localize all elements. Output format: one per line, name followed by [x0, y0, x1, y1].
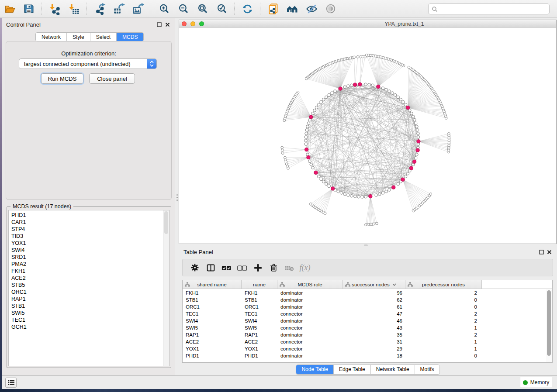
import-table-button[interactable]: [67, 2, 80, 15]
memory-button[interactable]: Memory: [520, 377, 552, 388]
mcds-node-item[interactable]: TEC1: [11, 316, 27, 323]
table-row-ACE2[interactable]: ACE2ACE2connector311: [183, 338, 546, 345]
save-floppy-icon: [23, 3, 35, 14]
float-panel-icon[interactable]: [539, 250, 544, 254]
cell-successor-nodes: 61: [343, 303, 405, 310]
export-table-button[interactable]: [112, 2, 125, 15]
tab-select[interactable]: Select: [90, 33, 117, 41]
desktop-wallpaper-bottom: [0, 389, 557, 392]
search-input[interactable]: [428, 3, 550, 14]
mcds-node-item[interactable]: SWI4: [11, 247, 27, 254]
column-header-MCDS-role[interactable]: MCDS role: [277, 280, 343, 289]
export-network-icon: [94, 3, 106, 15]
mcds-node-item[interactable]: ACE2: [11, 275, 27, 282]
zoom-fit-button[interactable]: [196, 2, 209, 15]
zoom-selected-button[interactable]: [215, 2, 228, 15]
table-row-RAP1[interactable]: RAP1RAP1dominator352: [183, 331, 546, 338]
hide-details-button[interactable]: [305, 2, 318, 15]
mcds-node-item[interactable]: PHD1: [11, 212, 27, 219]
share-document-button[interactable]: [266, 2, 280, 15]
mcds-node-item[interactable]: FKH1: [11, 268, 27, 275]
table-toolbar: f(x): [182, 259, 553, 276]
mcds-node-item[interactable]: PMA2: [11, 261, 27, 268]
memory-status-icon: [523, 380, 528, 385]
table-row-SWI5[interactable]: SWI5SWI5connector431: [183, 324, 546, 331]
column-header-successor-nodes[interactable]: successor nodes: [343, 280, 405, 289]
table-row-YOX1[interactable]: YOX1YOX1connector291: [183, 345, 546, 352]
zoom-out-button[interactable]: [176, 2, 190, 15]
toggle-panel-button[interactable]: [204, 261, 217, 274]
refresh-button[interactable]: [241, 2, 254, 15]
table-row-SWI4[interactable]: SWI4SWI4dominator462: [183, 317, 546, 324]
delete-table-button[interactable]: [283, 261, 295, 274]
table-row-PHD1[interactable]: PHD1PHD1dominator180: [183, 352, 546, 359]
save-session-button[interactable]: [22, 2, 35, 15]
cell-predecessor-nodes: 0: [405, 303, 482, 310]
delete-column-button[interactable]: [267, 261, 280, 274]
mcds-node-item[interactable]: STP4: [11, 226, 27, 233]
minimize-window-icon[interactable]: [190, 21, 195, 26]
export-image-button[interactable]: [131, 2, 145, 15]
zoom-out-icon: [177, 3, 189, 15]
tab-style[interactable]: Style: [67, 33, 90, 41]
select-all-button[interactable]: [220, 261, 232, 274]
mcds-node-item[interactable]: CAR1: [11, 219, 27, 226]
function-builder-button[interactable]: f(x): [299, 261, 311, 274]
run-mcds-button[interactable]: Run MCDS: [41, 73, 83, 84]
unselect-all-button[interactable]: [236, 261, 248, 274]
mcds-node-item[interactable]: SWI5: [11, 309, 27, 316]
mcds-node-item[interactable]: RAP1: [11, 296, 27, 303]
search-icon: [431, 6, 438, 13]
task-history-button[interactable]: [5, 378, 17, 388]
table-row-TEC1[interactable]: TEC1TEC1connector472: [183, 310, 546, 317]
tab-motifs[interactable]: Motifs: [415, 365, 439, 374]
mcds-node-item[interactable]: YOX1: [11, 240, 27, 247]
cell-shared-name: PHD1: [183, 352, 242, 359]
close-panel-button[interactable]: Close panel: [89, 73, 135, 84]
table-row-ORC1[interactable]: ORC1ORC1dominator610: [183, 303, 546, 310]
tab-network[interactable]: Network: [36, 33, 67, 41]
tab-network-table[interactable]: Network Table: [371, 365, 415, 374]
table-scrollbar[interactable]: [546, 289, 552, 362]
close-panel-icon[interactable]: [165, 22, 170, 27]
float-panel-icon[interactable]: [157, 22, 162, 27]
column-header-shared-name[interactable]: shared name: [183, 280, 242, 289]
settings-gear-button[interactable]: [189, 261, 201, 274]
mcds-scrollbar[interactable]: [163, 210, 169, 366]
mcds-node-item[interactable]: TID3: [11, 233, 27, 240]
cell-mcds-role: dominator: [277, 296, 343, 303]
mcds-node-item[interactable]: ORC1: [11, 289, 27, 296]
mcds-node-item[interactable]: STB5: [11, 282, 27, 289]
close-panel-icon[interactable]: [547, 250, 552, 254]
mcds-result-list[interactable]: PHD1CAR1STP4TID3YOX1SWI4SRD1PMA2FKH1ACE2…: [11, 212, 27, 330]
birds-eye-button[interactable]: [324, 2, 337, 15]
cell-mcds-role: dominator: [277, 317, 343, 324]
network-canvas[interactable]: [179, 28, 556, 244]
open-file-button[interactable]: [3, 2, 16, 15]
column-header-name[interactable]: name: [242, 280, 277, 289]
table-tabs: Node TableEdge TableNetwork TableMotifs: [179, 364, 557, 375]
import-network-button[interactable]: [48, 2, 61, 15]
table-row-FKH1[interactable]: FKH1FKH1dominator962: [183, 289, 546, 296]
mcds-node-item[interactable]: SRD1: [11, 254, 27, 261]
tab-node-table[interactable]: Node Table: [296, 365, 334, 374]
export-network-button[interactable]: [93, 2, 106, 15]
close-window-icon[interactable]: [182, 21, 187, 26]
cell-mcds-role: dominator: [277, 289, 343, 296]
tab-mcds[interactable]: MCDS: [117, 33, 143, 41]
tab-edge-table[interactable]: Edge Table: [334, 365, 371, 374]
vertical-splitter[interactable]: [175, 18, 179, 375]
mcds-node-item[interactable]: GCR1: [11, 323, 27, 330]
add-column-button[interactable]: [252, 261, 264, 274]
criterion-dropdown[interactable]: largest connected component (undirected): [19, 58, 157, 69]
cell-shared-name: RAP1: [183, 331, 242, 338]
search-homes-button[interactable]: [286, 2, 299, 15]
table-row-STB1[interactable]: STB1STB1dominator620: [183, 296, 546, 303]
eye-icon: [325, 3, 336, 14]
network-window-titlebar[interactable]: YPA_prune.txt_1: [179, 20, 556, 28]
mcds-node-item[interactable]: STB1: [11, 303, 27, 309]
zoom-in-button[interactable]: [157, 2, 170, 15]
cell-name: ORC1: [242, 303, 277, 310]
maximize-window-icon[interactable]: [199, 21, 204, 26]
column-header-predecessor-nodes[interactable]: predecessor nodes: [405, 280, 482, 289]
